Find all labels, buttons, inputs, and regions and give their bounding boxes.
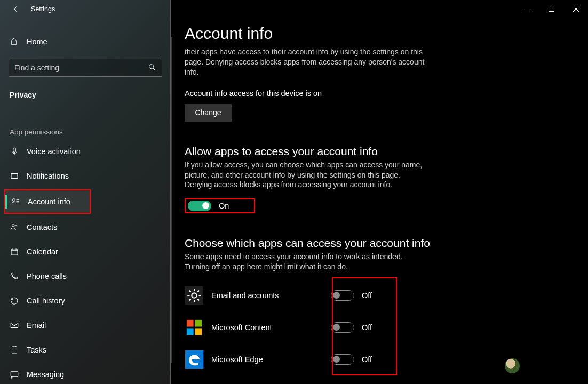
choose-title: Choose which apps can access your accoun… (185, 237, 588, 250)
group-app-permissions: App permissions (0, 105, 171, 139)
minimize-button[interactable] (514, 0, 539, 17)
app-row-microsoft-edge: Microsoft Edge Off (185, 343, 409, 375)
app-name: Microsoft Content (211, 323, 323, 332)
sidebar-item-account-info[interactable]: Account info (4, 189, 91, 214)
sidebar-item-label: Messaging (27, 370, 64, 379)
sidebar-item-notifications[interactable]: Notifications (0, 164, 171, 188)
close-button[interactable] (563, 0, 588, 17)
allow-title: Allow apps to access your account info (185, 145, 588, 158)
sidebar-item-label: Tasks (27, 346, 46, 354)
sidebar-item-contacts[interactable]: Contacts (0, 215, 171, 239)
microphone-icon (10, 147, 27, 156)
home-label: Home (27, 37, 47, 46)
app-toggle-microsoft-edge[interactable] (331, 354, 354, 365)
account-info-icon (11, 197, 28, 206)
sidebar-item-call-history[interactable]: Call history (0, 289, 171, 313)
device-status: Account info access for this device is o… (185, 89, 588, 98)
svg-point-3 (13, 199, 15, 202)
app-name: Email and accounts (211, 291, 323, 300)
contacts-icon (10, 222, 27, 232)
sidebar-item-messaging[interactable]: Messaging (0, 362, 171, 384)
sidebar-item-label: Voice activation (27, 147, 81, 156)
sidebar-item-label: Calendar (27, 247, 58, 256)
allow-toggle[interactable] (188, 201, 211, 211)
phone-icon (10, 271, 27, 281)
app-row-email-accounts: Email and accounts Off (185, 279, 409, 311)
search-icon (148, 63, 156, 73)
search-box[interactable] (9, 59, 162, 77)
microsoft-logo-icon (185, 318, 204, 337)
sidebar-item-label: Account info (28, 197, 70, 206)
calendar-icon (10, 247, 27, 257)
sidebar-item-phone-calls[interactable]: Phone calls (0, 264, 171, 289)
sidebar-item-label: Notifications (27, 172, 69, 180)
allow-desc: If you allow access, you can choose whic… (185, 160, 425, 190)
gear-icon (185, 286, 204, 305)
svg-point-0 (149, 64, 154, 68)
home-icon (10, 37, 27, 46)
svg-rect-9 (11, 372, 18, 377)
svg-rect-8 (12, 347, 17, 353)
svg-rect-14 (195, 320, 202, 327)
choose-desc: Some apps need to access your account in… (185, 252, 409, 272)
sidebar-item-label: Email (27, 321, 46, 330)
sidebar-item-calendar[interactable]: Calendar (0, 239, 171, 264)
app-name: Microsoft Edge (211, 355, 323, 364)
window-title: Settings (31, 5, 55, 13)
svg-rect-6 (11, 249, 18, 255)
mascot-icon (502, 355, 523, 377)
sidebar-item-label: Phone calls (27, 272, 67, 281)
app-toggle-label: Off (362, 355, 372, 364)
main-scrollbar[interactable] (171, 37, 172, 363)
messaging-icon (10, 370, 27, 379)
category-header: Privacy (0, 77, 171, 105)
svg-rect-10 (549, 6, 554, 11)
sidebar-item-voice-activation[interactable]: Voice activation (0, 139, 171, 164)
svg-rect-7 (11, 323, 18, 328)
app-toggle-label: Off (362, 323, 372, 332)
sidebar-home[interactable]: Home (0, 30, 171, 53)
intro-tail: their apps have access to their account … (185, 47, 425, 77)
svg-rect-16 (195, 329, 202, 335)
svg-point-5 (15, 225, 17, 227)
allow-toggle-row: On (185, 198, 255, 213)
main-content: Account info their apps have access to t… (171, 0, 588, 384)
allow-toggle-label: On (219, 202, 229, 210)
history-icon (10, 296, 27, 306)
sidebar-item-email[interactable]: Email (0, 313, 171, 338)
sidebar-item-tasks[interactable]: Tasks (0, 338, 171, 362)
svg-rect-13 (187, 320, 194, 327)
titlebar: Settings (0, 0, 171, 18)
window-controls (514, 0, 588, 17)
svg-rect-15 (187, 329, 194, 335)
back-button[interactable] (10, 5, 22, 13)
search-input[interactable] (14, 63, 148, 72)
app-toggle-label: Off (362, 291, 372, 300)
change-button[interactable]: Change (185, 104, 232, 122)
app-toggle-email-accounts[interactable] (331, 290, 354, 301)
email-icon (10, 321, 27, 330)
sidebar-item-label: Call history (27, 297, 65, 305)
svg-rect-2 (11, 174, 18, 179)
notification-icon (10, 171, 27, 181)
app-toggle-microsoft-content[interactable] (331, 322, 354, 333)
app-row-microsoft-content: Microsoft Content Off (185, 311, 409, 343)
maximize-button[interactable] (539, 0, 563, 17)
sidebar: Settings Home Privacy App permissions Vo… (0, 0, 171, 384)
tasks-icon (10, 345, 27, 355)
edge-icon (185, 350, 204, 369)
svg-rect-1 (13, 148, 16, 152)
sidebar-item-label: Contacts (27, 223, 57, 231)
svg-point-4 (12, 225, 15, 227)
